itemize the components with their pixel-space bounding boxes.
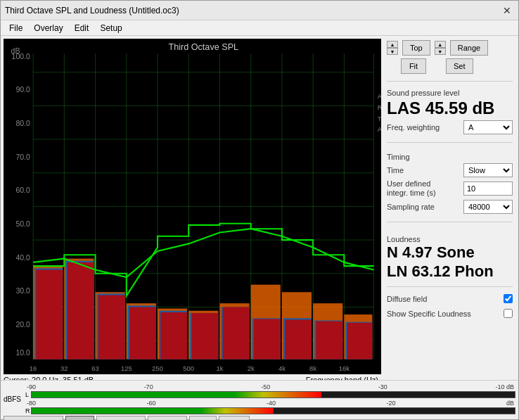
menu-setup[interactable]: Setup: [94, 22, 127, 34]
right-panel: ▲ ▼ Top ▲ ▼ Range Fit Set: [381, 36, 518, 380]
meter-tick-4: -30: [378, 383, 387, 390]
user-defined-row: User defined integr. time (s) 10: [387, 179, 513, 198]
svg-text:16: 16: [30, 364, 37, 371]
svg-text:70.0: 70.0: [15, 153, 30, 161]
overlay-button[interactable]: Overlay: [148, 416, 187, 420]
svg-rect-80: [316, 322, 342, 359]
bottom-bar: dBFS -90 -70 -50 -30 -10 dB L: [1, 380, 518, 419]
svg-text:8k: 8k: [309, 364, 316, 371]
diffuse-field-checkbox[interactable]: [504, 294, 513, 303]
stop-button[interactable]: Stop: [65, 416, 94, 420]
svg-text:1k: 1k: [216, 364, 223, 371]
top-up-btn[interactable]: ▲: [387, 41, 398, 48]
svg-rect-77: [223, 307, 250, 359]
svg-text:A: A: [378, 92, 381, 100]
close-button[interactable]: ✕: [500, 4, 514, 18]
range-button[interactable]: Range: [450, 40, 488, 56]
svg-rect-78: [254, 319, 281, 359]
time-select[interactable]: Fast Slow Impulse: [463, 163, 513, 177]
top-down-btn[interactable]: ▼: [387, 48, 398, 55]
svg-rect-74: [129, 307, 156, 359]
svg-text:50.0: 50.0: [15, 219, 30, 228]
user-defined-input[interactable]: 10: [463, 182, 513, 196]
spl-section: Sound pressure level LAS 45.59 dB Freq. …: [387, 86, 513, 136]
show-specific-row: Show Specific Loudness: [387, 309, 513, 318]
loudness-n-value: N 4.97 Sone: [387, 243, 513, 262]
user-defined-label: User defined integr. time (s): [387, 179, 450, 198]
copy-button[interactable]: Copy: [219, 416, 250, 420]
diffuse-field-row: Diffuse field: [387, 294, 513, 303]
svg-text:32: 32: [60, 364, 68, 371]
svg-text:20.0: 20.0: [15, 320, 30, 329]
pink-noise-button[interactable]: Pink Noise: [96, 416, 146, 420]
svg-text:60.0: 60.0: [15, 186, 30, 194]
svg-rect-76: [191, 313, 218, 359]
action-buttons: Record/Reset Stop Pink Noise Overlay B/W…: [1, 414, 518, 420]
fit-button[interactable]: Fit: [401, 58, 426, 74]
svg-text:30.0: 30.0: [15, 286, 30, 295]
set-button[interactable]: Set: [446, 58, 473, 74]
svg-rect-73: [98, 295, 125, 359]
sampling-rate-row: Sampling rate 44100 48000 96000: [387, 200, 513, 214]
sampling-rate-label: Sampling rate: [387, 203, 463, 211]
chart-svg: 100.0 90.0 80.0 70.0 60.0 50.0 40.0 30.0…: [4, 39, 381, 374]
meter-tick-3: -50: [261, 383, 270, 390]
svg-rect-75: [160, 312, 187, 359]
loudness-ln-value: LN 63.12 Phon: [387, 262, 513, 281]
svg-text:500: 500: [183, 364, 194, 371]
svg-text:10.0: 10.0: [15, 348, 30, 357]
range-down-btn[interactable]: ▼: [435, 48, 446, 55]
sampling-rate-select[interactable]: 44100 48000 96000: [463, 200, 513, 214]
timing-section-label: Timing: [387, 153, 513, 161]
svg-text:250: 250: [152, 364, 163, 371]
meter-tick-2: -70: [144, 383, 153, 390]
timing-section: Timing Time Fast Slow Impulse User defin…: [387, 148, 513, 216]
r-meter-label: R: [25, 407, 31, 414]
svg-rect-71: [36, 269, 63, 359]
loudness-section-label: Loudness: [387, 235, 513, 243]
freq-weighting-select[interactable]: A B C Z: [463, 120, 513, 134]
meter-tick-r1: -80: [27, 400, 36, 407]
window-title: Third Octave SPL and Loudness (Untitled.…: [5, 6, 179, 15]
time-row: Time Fast Slow Impulse: [387, 163, 513, 177]
diffuse-field-label: Diffuse field: [387, 295, 427, 303]
svg-text:A: A: [378, 125, 381, 133]
meter-tick-r3: -40: [267, 400, 276, 407]
svg-text:4k: 4k: [278, 364, 286, 371]
show-specific-checkbox[interactable]: [504, 309, 513, 318]
svg-rect-81: [347, 323, 373, 359]
spl-section-label: Sound pressure level: [387, 89, 513, 97]
menu-file[interactable]: File: [4, 22, 28, 34]
l-meter-label: L: [25, 391, 31, 398]
main-content: 100.0 90.0 80.0 70.0 60.0 50.0 40.0 30.0…: [1, 36, 518, 380]
range-up-btn[interactable]: ▲: [435, 41, 446, 48]
freq-weighting-label: Freq. weighting: [387, 123, 463, 132]
svg-text:40.0: 40.0: [15, 253, 30, 262]
svg-text:dB: dB: [11, 46, 20, 55]
meter-tick-r5: dB: [506, 400, 514, 407]
svg-text:16k: 16k: [339, 364, 350, 371]
dbfs-label: dBFS: [4, 395, 24, 403]
loudness-section: Loudness N 4.97 Sone LN 63.12 Phon: [387, 231, 513, 281]
show-specific-label: Show Specific Loudness: [387, 310, 471, 318]
top-button[interactable]: Top: [402, 40, 430, 56]
freq-weighting-row: Freq. weighting A B C Z: [387, 120, 513, 134]
title-bar: Third Octave SPL and Loudness (Untitled.…: [1, 1, 518, 20]
svg-rect-79: [285, 319, 312, 359]
menu-bar: File Overlay Edit Setup: [1, 20, 518, 36]
meter-tick-r2: -60: [147, 400, 156, 407]
svg-text:90.0: 90.0: [15, 85, 30, 94]
meter-tick-1: -90: [27, 383, 36, 390]
record-reset-button[interactable]: Record/Reset: [4, 416, 63, 420]
time-label: Time: [387, 166, 463, 174]
svg-text:R: R: [378, 103, 381, 111]
spl-value: LAS 45.59 dB: [387, 98, 513, 118]
menu-edit[interactable]: Edit: [69, 22, 95, 34]
bw-button[interactable]: B/W: [189, 416, 217, 420]
meter-tick-r4: -20: [386, 400, 395, 407]
svg-text:125: 125: [121, 364, 132, 371]
chart-area: 100.0 90.0 80.0 70.0 60.0 50.0 40.0 30.0…: [4, 39, 381, 374]
svg-text:80.0: 80.0: [15, 119, 30, 127]
menu-overlay[interactable]: Overlay: [28, 22, 68, 34]
svg-text:2k: 2k: [248, 364, 255, 371]
